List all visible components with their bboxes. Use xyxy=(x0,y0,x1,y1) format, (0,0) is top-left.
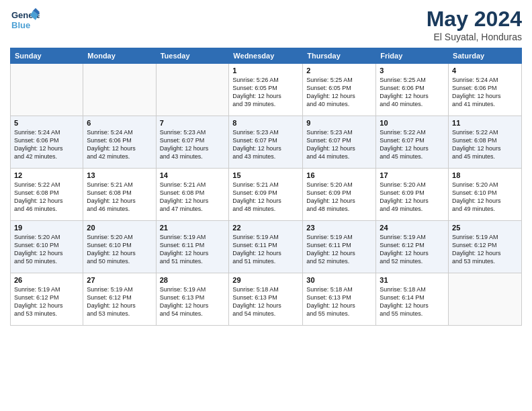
day-number: 31 xyxy=(380,276,445,284)
day-info: Sunrise: 5:25 AM Sunset: 6:05 PM Dayligh… xyxy=(306,76,372,109)
header-thursday: Thursday xyxy=(303,48,376,64)
day-info: Sunrise: 5:18 AM Sunset: 6:14 PM Dayligh… xyxy=(380,285,445,318)
logo-svg: General Blue xyxy=(10,7,40,36)
calendar-cell: 8Sunrise: 5:23 AM Sunset: 6:07 PM Daylig… xyxy=(229,116,303,169)
header-monday: Monday xyxy=(83,48,156,64)
day-info: Sunrise: 5:19 AM Sunset: 6:12 PM Dayligh… xyxy=(380,233,445,266)
day-number: 1 xyxy=(232,66,299,75)
day-number: 17 xyxy=(380,171,445,179)
week-row-2: 5Sunrise: 5:24 AM Sunset: 6:06 PM Daylig… xyxy=(11,116,522,169)
calendar-cell: 18Sunrise: 5:20 AM Sunset: 6:10 PM Dayli… xyxy=(449,169,522,221)
day-number: 21 xyxy=(160,224,226,232)
month-title: May 2024 xyxy=(427,7,522,32)
calendar-cell: 30Sunrise: 5:18 AM Sunset: 6:13 PM Dayli… xyxy=(303,273,376,326)
calendar-cell: 5Sunrise: 5:24 AM Sunset: 6:06 PM Daylig… xyxy=(11,116,83,169)
week-row-5: 26Sunrise: 5:19 AM Sunset: 6:12 PM Dayli… xyxy=(11,273,522,326)
calendar-cell: 25Sunrise: 5:19 AM Sunset: 6:12 PM Dayli… xyxy=(449,221,522,273)
calendar-cell: 21Sunrise: 5:19 AM Sunset: 6:11 PM Dayli… xyxy=(156,221,229,273)
calendar-cell: 14Sunrise: 5:21 AM Sunset: 6:08 PM Dayli… xyxy=(156,169,229,221)
day-info: Sunrise: 5:19 AM Sunset: 6:11 PM Dayligh… xyxy=(160,233,226,266)
day-info: Sunrise: 5:20 AM Sunset: 6:09 PM Dayligh… xyxy=(306,181,372,214)
week-row-1: 1Sunrise: 5:26 AM Sunset: 6:05 PM Daylig… xyxy=(11,64,522,116)
week-row-4: 19Sunrise: 5:20 AM Sunset: 6:10 PM Dayli… xyxy=(11,221,522,273)
day-number: 18 xyxy=(452,171,518,179)
day-info: Sunrise: 5:21 AM Sunset: 6:09 PM Dayligh… xyxy=(232,181,299,214)
day-number: 16 xyxy=(306,171,372,179)
day-info: Sunrise: 5:20 AM Sunset: 6:10 PM Dayligh… xyxy=(14,233,79,266)
calendar-cell: 22Sunrise: 5:19 AM Sunset: 6:11 PM Dayli… xyxy=(229,221,303,273)
calendar-cell: 2Sunrise: 5:25 AM Sunset: 6:05 PM Daylig… xyxy=(303,64,376,116)
calendar-cell: 19Sunrise: 5:20 AM Sunset: 6:10 PM Dayli… xyxy=(11,221,83,273)
day-number: 13 xyxy=(87,171,152,179)
calendar-cell xyxy=(156,64,229,116)
calendar-cell: 29Sunrise: 5:18 AM Sunset: 6:13 PM Dayli… xyxy=(229,273,303,326)
calendar-cell xyxy=(83,64,156,116)
day-number: 26 xyxy=(14,276,79,284)
calendar-table: SundayMondayTuesdayWednesdayThursdayFrid… xyxy=(10,48,522,326)
calendar-cell: 1Sunrise: 5:26 AM Sunset: 6:05 PM Daylig… xyxy=(229,64,303,116)
day-number: 25 xyxy=(452,224,518,232)
day-number: 3 xyxy=(380,66,445,75)
calendar-cell: 11Sunrise: 5:22 AM Sunset: 6:08 PM Dayli… xyxy=(449,116,522,169)
day-number: 4 xyxy=(452,66,518,75)
day-info: Sunrise: 5:24 AM Sunset: 6:06 PM Dayligh… xyxy=(452,76,518,109)
day-info: Sunrise: 5:18 AM Sunset: 6:13 PM Dayligh… xyxy=(306,285,372,318)
day-info: Sunrise: 5:23 AM Sunset: 6:07 PM Dayligh… xyxy=(160,128,226,161)
day-number: 10 xyxy=(380,119,445,127)
day-info: Sunrise: 5:19 AM Sunset: 6:13 PM Dayligh… xyxy=(160,285,226,318)
day-info: Sunrise: 5:22 AM Sunset: 6:08 PM Dayligh… xyxy=(452,128,518,161)
day-number: 8 xyxy=(232,119,299,127)
calendar-cell: 20Sunrise: 5:20 AM Sunset: 6:10 PM Dayli… xyxy=(83,221,156,273)
day-info: Sunrise: 5:19 AM Sunset: 6:12 PM Dayligh… xyxy=(452,233,518,266)
calendar-cell: 16Sunrise: 5:20 AM Sunset: 6:09 PM Dayli… xyxy=(303,169,376,221)
day-info: Sunrise: 5:18 AM Sunset: 6:13 PM Dayligh… xyxy=(232,285,299,318)
day-info: Sunrise: 5:19 AM Sunset: 6:11 PM Dayligh… xyxy=(232,233,299,266)
calendar-cell: 15Sunrise: 5:21 AM Sunset: 6:09 PM Dayli… xyxy=(229,169,303,221)
calendar-cell xyxy=(449,273,522,326)
calendar-cell: 23Sunrise: 5:19 AM Sunset: 6:11 PM Dayli… xyxy=(303,221,376,273)
day-info: Sunrise: 5:23 AM Sunset: 6:07 PM Dayligh… xyxy=(232,128,299,161)
day-number: 15 xyxy=(232,171,299,179)
day-info: Sunrise: 5:20 AM Sunset: 6:09 PM Dayligh… xyxy=(380,181,445,214)
header-wednesday: Wednesday xyxy=(229,48,303,64)
week-row-3: 12Sunrise: 5:22 AM Sunset: 6:08 PM Dayli… xyxy=(11,169,522,221)
day-info: Sunrise: 5:19 AM Sunset: 6:12 PM Dayligh… xyxy=(87,285,152,318)
header: General Blue May 2024 El Suyatal, Hondur… xyxy=(10,7,522,42)
day-number: 24 xyxy=(380,224,445,232)
day-info: Sunrise: 5:19 AM Sunset: 6:11 PM Dayligh… xyxy=(306,233,372,266)
title-block: May 2024 El Suyatal, Honduras xyxy=(427,7,522,42)
day-number: 6 xyxy=(87,119,152,127)
day-info: Sunrise: 5:21 AM Sunset: 6:08 PM Dayligh… xyxy=(160,181,226,214)
day-info: Sunrise: 5:22 AM Sunset: 6:07 PM Dayligh… xyxy=(380,128,445,161)
day-info: Sunrise: 5:24 AM Sunset: 6:06 PM Dayligh… xyxy=(14,128,79,161)
day-info: Sunrise: 5:24 AM Sunset: 6:06 PM Dayligh… xyxy=(87,128,152,161)
day-number: 19 xyxy=(14,224,79,232)
logo: General Blue xyxy=(10,7,40,36)
header-friday: Friday xyxy=(376,48,449,64)
day-number: 7 xyxy=(160,119,226,127)
calendar-cell: 10Sunrise: 5:22 AM Sunset: 6:07 PM Dayli… xyxy=(376,116,449,169)
calendar-page: General Blue May 2024 El Suyatal, Hondur… xyxy=(0,0,532,411)
calendar-cell: 7Sunrise: 5:23 AM Sunset: 6:07 PM Daylig… xyxy=(156,116,229,169)
calendar-cell: 31Sunrise: 5:18 AM Sunset: 6:14 PM Dayli… xyxy=(376,273,449,326)
calendar-cell: 9Sunrise: 5:23 AM Sunset: 6:07 PM Daylig… xyxy=(303,116,376,169)
day-number: 22 xyxy=(232,224,299,232)
day-number: 23 xyxy=(306,224,372,232)
calendar-cell xyxy=(11,64,83,116)
calendar-cell: 13Sunrise: 5:21 AM Sunset: 6:08 PM Dayli… xyxy=(83,169,156,221)
calendar-cell: 12Sunrise: 5:22 AM Sunset: 6:08 PM Dayli… xyxy=(11,169,83,221)
day-info: Sunrise: 5:19 AM Sunset: 6:12 PM Dayligh… xyxy=(14,285,79,318)
calendar-cell: 6Sunrise: 5:24 AM Sunset: 6:06 PM Daylig… xyxy=(83,116,156,169)
day-number: 2 xyxy=(306,66,372,75)
calendar-cell: 27Sunrise: 5:19 AM Sunset: 6:12 PM Dayli… xyxy=(83,273,156,326)
calendar-cell: 3Sunrise: 5:25 AM Sunset: 6:06 PM Daylig… xyxy=(376,64,449,116)
day-number: 27 xyxy=(87,276,152,284)
day-info: Sunrise: 5:21 AM Sunset: 6:08 PM Dayligh… xyxy=(87,181,152,214)
header-saturday: Saturday xyxy=(449,48,522,64)
day-info: Sunrise: 5:23 AM Sunset: 6:07 PM Dayligh… xyxy=(306,128,372,161)
calendar-cell: 4Sunrise: 5:24 AM Sunset: 6:06 PM Daylig… xyxy=(449,64,522,116)
calendar-header-row: SundayMondayTuesdayWednesdayThursdayFrid… xyxy=(11,48,522,64)
day-number: 30 xyxy=(306,276,372,284)
day-info: Sunrise: 5:26 AM Sunset: 6:05 PM Dayligh… xyxy=(232,76,299,109)
day-info: Sunrise: 5:20 AM Sunset: 6:10 PM Dayligh… xyxy=(452,181,518,214)
